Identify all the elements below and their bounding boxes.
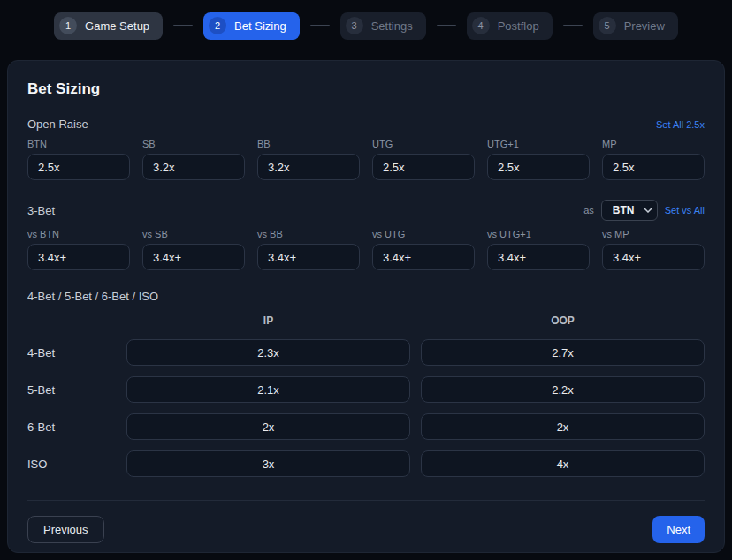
open-raise-bb-input[interactable] [257,154,360,180]
field-label-mp: MP [602,139,705,149]
iso-ip-input[interactable] [126,450,410,477]
threebet-position-select[interactable]: BTN [601,200,658,221]
step-number-badge: 5 [599,17,616,34]
threebet-vs-sb-input[interactable] [142,244,245,270]
field-label-vs-utg1: vs UTG+1 [487,229,590,239]
step-settings[interactable]: 3 Settings [340,12,426,40]
threebet-vs-btn-input[interactable] [27,244,130,270]
stepper-connector [437,25,456,26]
field-label-vs-mp: vs MP [602,229,705,239]
multi-bet-heading: 4-Bet / 5-Bet / 6-Bet / ISO [27,290,705,303]
multi-bet-table: IP OOP 4-Bet 5-Bet 6-Bet ISO [27,314,705,477]
field-label-sb: SB [142,139,245,149]
open-raise-btn-input[interactable] [27,154,130,180]
field-label-vs-utg: vs UTG [372,229,475,239]
step-number-badge: 1 [59,17,77,34]
stepper-connector [173,25,193,26]
bet-sizing-panel: Bet Sizing Open Raise Set All 2.5x BTN S… [7,60,725,553]
field-label-utg1: UTG+1 [487,139,590,149]
column-header-ip: IP [126,314,410,329]
field-label-vs-sb: vs SB [142,229,245,239]
open-raise-utg-input[interactable] [372,154,475,180]
field-label-utg: UTG [372,139,475,149]
step-label: Bet Sizing [234,19,286,33]
set-vs-all-link[interactable]: Set vs All [665,205,705,216]
open-raise-mp-input[interactable] [602,154,705,180]
row-label-4bet: 4-Bet [27,346,116,359]
threebet-vs-bb-input[interactable] [257,244,360,270]
row-label-6bet: 6-Bet [27,420,116,434]
field-label-btn: BTN [27,139,130,149]
step-preview[interactable]: 5 Preview [593,12,678,40]
fivebet-ip-input[interactable] [126,376,410,403]
step-number-badge: 3 [346,17,363,34]
stepper-connector [310,25,330,26]
threebet-vs-mp-input[interactable] [602,244,705,270]
row-label-iso: ISO [27,458,116,471]
open-raise-sb-input[interactable] [142,154,245,180]
step-label: Settings [371,19,413,33]
page-title: Bet Sizing [27,80,705,98]
step-postflop[interactable]: 4 Postflop [467,12,553,40]
row-label-5bet: 5-Bet [27,383,116,397]
threebet-vs-utg-input[interactable] [372,244,475,270]
step-bet-sizing[interactable]: 2 Bet Sizing [203,12,300,40]
as-label: as [583,205,594,216]
column-header-oop: OOP [421,314,705,329]
step-number-badge: 2 [209,17,226,34]
footer-divider [27,500,705,501]
previous-button[interactable]: Previous [27,516,104,543]
wizard-footer: Previous Next [27,516,705,543]
step-label: Game Setup [85,19,149,33]
set-all-link[interactable]: Set All 2.5x [656,119,705,130]
stepper-connector [563,25,583,26]
field-label-bb: BB [257,139,360,149]
open-raise-utg1-input[interactable] [487,154,590,180]
open-raise-heading: Open Raise [27,117,88,131]
step-number-badge: 4 [472,17,490,34]
sixbet-oop-input[interactable] [421,413,705,440]
threebet-vs-utg1-input[interactable] [487,244,590,270]
fivebet-oop-input[interactable] [421,376,705,403]
next-button[interactable]: Next [652,516,705,543]
open-raise-grid: BTN SB BB UTG UTG+1 MP [27,139,705,180]
field-label-vs-bb: vs BB [257,229,360,239]
three-bet-grid: vs BTN vs SB vs BB vs UTG vs UTG+1 vs MP [27,229,705,270]
sixbet-ip-input[interactable] [126,413,410,440]
step-game-setup[interactable]: 1 Game Setup [54,12,163,40]
step-label: Preview [624,19,665,33]
fourbet-ip-input[interactable] [126,339,410,366]
three-bet-heading: 3-Bet [27,204,55,217]
step-label: Postflop [498,19,539,33]
iso-oop-input[interactable] [421,450,705,477]
wizard-stepper: 1 Game Setup 2 Bet Sizing 3 Settings 4 P… [0,0,732,51]
field-label-vs-btn: vs BTN [27,229,130,239]
fourbet-oop-input[interactable] [421,339,705,366]
